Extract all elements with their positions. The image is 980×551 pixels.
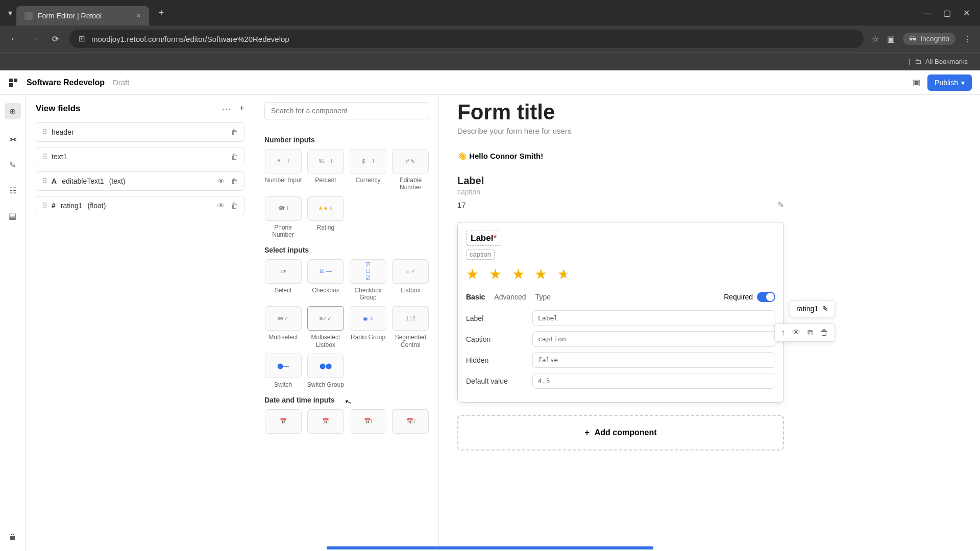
window-minimize-icon[interactable]: —	[923, 8, 931, 18]
add-component-button[interactable]: + Add component	[457, 415, 784, 450]
form-title[interactable]: Form title	[457, 100, 784, 124]
comp-percent[interactable]: % —IPercent	[307, 149, 344, 191]
delete-icon[interactable]: 🗑	[231, 128, 238, 136]
form-canvas: Form title Describe your form here for u…	[439, 95, 980, 551]
edit-pencil-icon[interactable]: ✎	[777, 200, 784, 210]
browser-menu-icon[interactable]: ⋮	[964, 34, 972, 44]
tab-close-icon[interactable]: ×	[136, 11, 141, 20]
new-tab-button[interactable]: +	[153, 5, 169, 21]
block-caption: caption	[457, 188, 784, 196]
field-row-text1[interactable]: ⠿ text1 🗑	[36, 147, 244, 166]
comp-date-2[interactable]: 📅	[307, 409, 344, 434]
duplicate-icon[interactable]: ⧉	[807, 328, 813, 337]
comp-number-input[interactable]: # —INumber Input	[264, 149, 302, 191]
url-text: moodjoy1.retool.com/forms/editor/Softwar…	[91, 35, 289, 43]
form-description[interactable]: Describe your form here for users	[457, 127, 784, 135]
prop-default-input[interactable]	[532, 373, 775, 389]
required-toggle[interactable]	[757, 292, 775, 302]
edit-icon[interactable]: ✎	[822, 305, 828, 313]
comp-listbox[interactable]: ≡ ✓Listbox	[392, 259, 429, 302]
comp-multiselect-listbox[interactable]: ≡✓✓Multiselect Listbox	[307, 306, 344, 348]
inspector-name-chip[interactable]: rating1 ✎	[790, 300, 835, 317]
svg-rect-0	[9, 79, 13, 82]
browser-tab[interactable]: Form Editor | Retool ×	[16, 6, 149, 26]
comp-phone-number[interactable]: ☎ IPhone Number	[264, 196, 302, 239]
component-search-input[interactable]	[264, 102, 429, 119]
drag-handle-icon[interactable]: ⠿	[42, 153, 46, 161]
forward-button[interactable]: →	[29, 33, 41, 45]
rating-stars[interactable]: ★ ★ ★ ★ ★	[466, 266, 775, 283]
comp-date-4[interactable]: 📅I	[392, 409, 429, 434]
tab-type[interactable]: Type	[535, 291, 551, 303]
prop-caption-input[interactable]	[532, 331, 775, 347]
draft-status: Draft	[113, 78, 130, 87]
prop-hidden-input[interactable]	[532, 352, 775, 368]
comp-segmented-control[interactable]: 1│2Segmented Control	[392, 306, 429, 348]
prop-label-input[interactable]	[532, 310, 775, 326]
comp-select[interactable]: ≡▾Select	[264, 259, 302, 302]
editable-value: 17	[457, 201, 466, 209]
app-logo-icon	[8, 78, 18, 88]
delete-icon[interactable]: 🗑	[820, 328, 828, 337]
window-close-icon[interactable]: ✕	[963, 8, 970, 18]
publish-button[interactable]: Publish ▾	[927, 74, 972, 91]
tab-favicon	[24, 12, 33, 20]
comp-date-1[interactable]: 📅	[264, 409, 302, 434]
comp-multiselect[interactable]: ≡▾✓Multiselect	[264, 306, 302, 348]
comp-switch[interactable]: ⬤—Switch	[264, 354, 302, 388]
rail-page-icon[interactable]: ▤	[7, 210, 18, 221]
bookmark-star-icon[interactable]: ☆	[872, 34, 879, 44]
tab-basic[interactable]: Basic	[466, 291, 485, 303]
app-title: Software Redevelop	[27, 78, 105, 87]
field-row-editabletext1[interactable]: ⠿ A editableText1 (text) 👁 🗑	[36, 171, 244, 191]
comp-currency[interactable]: $ —ICurrency	[350, 149, 387, 191]
back-button[interactable]: ←	[8, 33, 20, 45]
drag-handle-icon[interactable]: ⠿	[42, 177, 46, 185]
site-info-icon[interactable]: ⊞	[79, 34, 85, 43]
tab-advanced[interactable]: Advanced	[494, 291, 526, 303]
editable-text-block[interactable]: Label caption 17 ✎	[457, 175, 784, 210]
prop-default-label: Default value	[466, 377, 532, 385]
comp-date-3[interactable]: 📅I	[350, 409, 387, 434]
address-bar[interactable]: ⊞ moodjoy1.retool.com/forms/editor/Softw…	[69, 30, 864, 48]
comp-checkbox[interactable]: ☑ —Checkbox	[307, 259, 344, 302]
rail-add-icon[interactable]: ⊕	[5, 103, 21, 119]
comp-radio-group[interactable]: ◉ ○Radio Group	[350, 306, 387, 348]
selected-rating-field[interactable]: Label* caption ★ ★ ★ ★ ★ Basic Advanced …	[457, 222, 784, 403]
extensions-icon[interactable]: ▣	[887, 34, 895, 44]
selected-label-chip[interactable]: Label*	[466, 231, 501, 246]
tab-title: Form Editor | Retool	[38, 12, 102, 20]
move-up-icon[interactable]: ↑	[781, 328, 785, 337]
rail-database-icon[interactable]: ☷	[7, 185, 18, 196]
preview-icon[interactable]: ▣	[913, 78, 920, 87]
hide-icon[interactable]: 👁	[792, 328, 800, 337]
fields-more-icon[interactable]: ⋯	[222, 103, 231, 114]
comp-switch-group[interactable]: ⬤⬤Switch Group	[307, 354, 344, 388]
delete-icon[interactable]: 🗑	[231, 153, 238, 161]
fields-add-icon[interactable]: +	[239, 103, 244, 114]
rail-share-icon[interactable]: ⫘	[7, 134, 18, 145]
prop-hidden-label: Hidden	[466, 356, 532, 364]
all-bookmarks-link[interactable]: All Bookmarks	[925, 58, 968, 65]
delete-icon[interactable]: 🗑	[231, 202, 238, 210]
rail-brush-icon[interactable]: ✎	[7, 159, 18, 170]
comp-rating[interactable]: ★★★Rating	[307, 196, 344, 239]
required-label: Required	[724, 293, 753, 301]
rail-trash-icon[interactable]: 🗑	[7, 532, 18, 543]
fields-panel-title: View fields	[36, 104, 81, 114]
comp-checkbox-group[interactable]: ☑☐☑Checkbox Group	[350, 259, 387, 302]
window-maximize-icon[interactable]: ▢	[943, 8, 951, 18]
delete-icon[interactable]: 🗑	[231, 177, 238, 185]
reload-button[interactable]: ⟳	[49, 33, 61, 45]
field-row-header[interactable]: ⠿ header 🗑	[36, 122, 244, 142]
comp-editable-number[interactable]: # ✎Editable Number	[392, 149, 429, 191]
tab-dropdown[interactable]: ▾	[4, 6, 16, 20]
drag-handle-icon[interactable]: ⠿	[42, 128, 46, 136]
drag-handle-icon[interactable]: ⠿	[42, 202, 46, 210]
selected-caption-chip[interactable]: caption	[466, 249, 495, 260]
inspector-actions: ↑ 👁 ⧉ 🗑	[774, 323, 835, 342]
svg-rect-1	[14, 79, 17, 82]
hide-icon[interactable]: 👁	[217, 202, 225, 210]
field-row-rating1[interactable]: ⠿ # rating1 (float) 👁 🗑	[36, 196, 244, 215]
hide-icon[interactable]: 👁	[217, 177, 225, 185]
